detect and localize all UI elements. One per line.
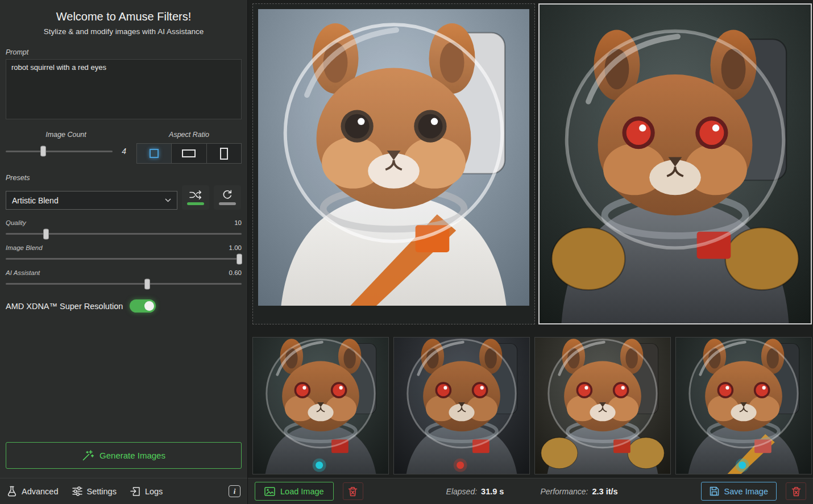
trash-delete-icon — [348, 486, 358, 497]
output-image — [540, 5, 811, 323]
image-count-value: 4 — [118, 147, 126, 156]
elapsed-metric: Elapsed: 31.9 s — [446, 487, 504, 496]
logs-button[interactable]: Logs — [130, 486, 163, 497]
sidebar: Welcome to Amuse Filters! Stylize & and … — [0, 0, 248, 504]
amuse-app: Welcome to Amuse Filters! Stylize & and … — [0, 0, 813, 504]
flask-icon — [7, 486, 17, 497]
preset-selected-value: Artistic Blend — [12, 196, 59, 205]
shuffle-active-indicator — [187, 202, 204, 205]
delete-output-button[interactable] — [786, 482, 806, 500]
performance-metric: Performance: 2.3 it/s — [540, 487, 617, 496]
aspect-ratio-buttons — [136, 143, 242, 164]
super-resolution-toggle[interactable] — [130, 299, 156, 313]
trash-delete-icon — [791, 486, 801, 497]
quality-label: Quality — [6, 219, 26, 226]
thumbnail-strip — [248, 337, 813, 474]
logs-icon — [130, 486, 140, 497]
prompt-input[interactable]: robot squirrel with a red eyes — [6, 59, 242, 119]
load-image-label: Load Image — [280, 487, 324, 496]
refresh-icon — [222, 190, 233, 199]
ai-assistant-slider[interactable] — [6, 283, 242, 285]
landscape-aspect-icon — [182, 149, 196, 157]
performance-label: Performance: — [540, 487, 588, 496]
quality-value: 10 — [234, 219, 242, 226]
page-subtitle: Stylize & and modify images with AI Assi… — [6, 27, 242, 36]
save-icon — [710, 486, 719, 496]
ai-assistant-value: 0.60 — [229, 269, 242, 276]
settings-label: Settings — [87, 487, 117, 496]
logs-label: Logs — [145, 487, 163, 496]
preset-dropdown[interactable]: Artistic Blend — [6, 191, 177, 210]
ai-assistant-slider-group: AI Assistant 0.60 — [6, 269, 242, 285]
status-bar: Load Image Elapsed: — [248, 478, 813, 504]
image-count-slider-thumb[interactable] — [40, 146, 46, 157]
shuffle-icon — [189, 190, 202, 199]
aspect-landscape-button[interactable] — [172, 144, 206, 163]
page-title: Welcome to Amuse Filters! — [6, 10, 242, 23]
main-area: Load Image Elapsed: — [248, 0, 813, 504]
image-count-group: Image Count 4 — [6, 131, 126, 156]
preview-row — [248, 0, 813, 324]
info-icon: i — [234, 487, 236, 496]
sliders-icon — [72, 486, 82, 496]
magic-wand-icon — [82, 450, 94, 461]
image-blend-label: Image Blend — [6, 244, 43, 251]
metrics: Elapsed: 31.9 s Performance: 2.3 it/s — [363, 487, 701, 496]
input-image-panel[interactable] — [252, 3, 535, 324]
sidebar-content: Welcome to Amuse Filters! Stylize & and … — [0, 0, 247, 478]
aspect-ratio-group: Aspect Ratio — [136, 131, 242, 164]
image-blend-slider[interactable] — [6, 258, 242, 260]
load-image-button[interactable]: Load Image — [255, 482, 334, 501]
image-count-label: Image Count — [6, 131, 126, 139]
thumbnail-4[interactable] — [675, 337, 812, 474]
refresh-preset-button[interactable] — [214, 185, 241, 210]
advanced-button[interactable]: Advanced — [7, 486, 59, 497]
thumbnail-2[interactable] — [393, 337, 530, 474]
image-blend-slider-group: Image Blend 1.00 — [6, 244, 242, 260]
count-aspect-row: Image Count 4 Aspect Ratio — [6, 131, 242, 164]
chevron-down-icon — [165, 198, 171, 202]
sidebar-footer: Advanced Settings — [0, 478, 247, 504]
ai-assistant-label: AI Assistant — [6, 269, 40, 276]
toggle-knob — [144, 301, 154, 311]
shuffle-preset-button[interactable] — [182, 185, 209, 210]
super-resolution-row: AMD XDNA™ Super Resolution — [6, 299, 242, 313]
output-image-panel — [538, 3, 812, 324]
performance-value: 2.3 it/s — [592, 487, 617, 496]
image-icon — [264, 487, 275, 496]
thumbnail-3[interactable] — [534, 337, 671, 474]
quality-slider[interactable] — [6, 233, 242, 235]
settings-button[interactable]: Settings — [72, 486, 117, 496]
advanced-label: Advanced — [22, 487, 59, 496]
save-image-button[interactable]: Save Image — [701, 482, 777, 501]
elapsed-value: 31.9 s — [481, 487, 504, 496]
thumbnail-4-image — [676, 338, 811, 474]
quality-slider-group: Quality 10 — [6, 219, 242, 235]
thumbnail-2-image — [394, 338, 529, 474]
aspect-ratio-label: Aspect Ratio — [136, 131, 242, 139]
aspect-square-button[interactable] — [137, 144, 172, 163]
portrait-aspect-icon — [220, 148, 228, 160]
aspect-portrait-button[interactable] — [207, 144, 241, 163]
clear-input-button[interactable] — [343, 482, 363, 500]
generate-images-button[interactable]: Generate Images — [6, 442, 242, 469]
thumbnail-1[interactable] — [252, 337, 389, 474]
generate-images-label: Generate Images — [99, 451, 165, 460]
elapsed-label: Elapsed: — [446, 487, 477, 496]
input-image — [258, 9, 529, 306]
prompt-label: Prompt — [6, 48, 242, 56]
image-blend-slider-thumb[interactable] — [237, 253, 242, 264]
ai-assistant-slider-thumb[interactable] — [144, 278, 150, 289]
info-button[interactable]: i — [229, 485, 240, 497]
image-blend-value: 1.00 — [229, 244, 242, 251]
thumbnail-1-image — [253, 338, 388, 474]
presets-row: Artistic Blend — [6, 185, 242, 210]
save-image-label: Save Image — [724, 487, 768, 496]
quality-slider-thumb[interactable] — [43, 228, 49, 239]
refresh-inactive-indicator — [219, 202, 236, 205]
presets-label: Presets — [6, 174, 242, 182]
thumbnail-3-image — [535, 338, 670, 474]
super-resolution-label: AMD XDNA™ Super Resolution — [6, 302, 123, 311]
image-count-slider[interactable] — [6, 151, 113, 152]
square-aspect-icon — [150, 149, 159, 158]
